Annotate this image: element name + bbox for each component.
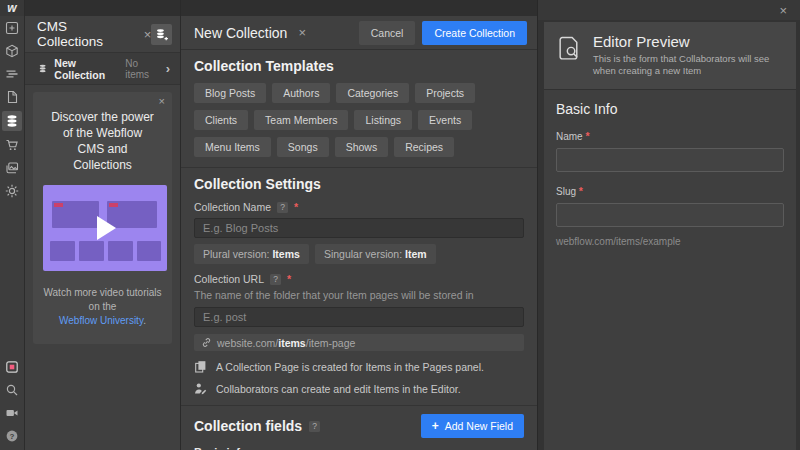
add-new-field-button[interactable]: + Add New Field [421,414,524,438]
canvas-top-strip [25,0,180,16]
add-collection-button[interactable] [151,24,172,45]
webflow-logo: w [0,0,24,16]
plural-version-chip[interactable]: Plural version: Items [194,244,309,264]
promo-heading: Discover the power of the Webflow CMS an… [49,109,156,173]
template-events[interactable]: Events [418,110,472,130]
basic-info-group-label: Basic info [194,446,524,450]
chevron-right-icon: › [166,61,170,76]
navigator-icon[interactable] [0,62,24,85]
template-listings[interactable]: Listings [354,110,412,130]
singular-version-chip[interactable]: Singular version: Item [315,244,436,264]
template-projects[interactable]: Projects [415,83,475,103]
cms-panel-header: CMS Collections × [25,16,180,53]
editor-preview-icon [556,35,583,62]
collection-fields-section: Collection fields ? + Add New Field Basi… [181,406,537,450]
video-tutorials-icon[interactable] [0,401,24,424]
editor-preview-subtitle: This is the form that Collaborators will… [593,53,784,77]
template-shows[interactable]: Shows [335,137,389,157]
assets-icon[interactable] [0,156,24,179]
new-collection-header: New Collection × Cancel Create Collectio… [181,16,537,50]
slug-url-hint: webflow.com/items/example [556,236,784,247]
search-icon[interactable] [0,378,24,401]
slug-field-label: Slug * [556,185,784,197]
url-preview: website.com/items/item-page [194,334,524,351]
collection-templates-section: Collection Templates Blog Posts Authors … [181,50,537,168]
required-asterisk: * [287,273,291,285]
close-new-collection-icon[interactable]: × [298,26,306,39]
template-clients[interactable]: Clients [194,110,248,130]
info-collaborators: Collaborators can create and edit Items … [194,382,524,395]
cms-promo-card: × Discover the power of the Webflow CMS … [33,92,172,344]
template-blog-posts[interactable]: Blog Posts [194,83,266,103]
collection-name-label: Collection Name [194,201,271,213]
left-toolbar: w [0,0,24,450]
svg-text:?: ? [10,431,15,440]
template-categories[interactable]: Categories [336,83,409,103]
create-collection-button[interactable]: Create Collection [422,21,527,45]
promo-video-thumbnail[interactable] [43,185,167,271]
close-editor-preview-icon[interactable]: × [779,4,787,17]
collaborator-edit-icon [194,382,207,395]
editor-preview-form: Basic Info Name * Slug * webflow.com/ite… [544,90,796,258]
pages-icon[interactable] [0,85,24,108]
panel-title: New Collection [194,25,287,41]
basic-info-heading: Basic Info [556,101,784,117]
toolbar-bottom-group: ? [0,355,24,450]
name-field-input[interactable] [556,148,784,172]
play-icon [97,216,116,240]
collection-url-label: Collection URL [194,273,264,285]
editor-preview-title: Editor Preview [593,33,784,50]
cms-icon[interactable] [0,108,24,133]
promo-footer: Watch more video tutorials on the Webflo… [43,286,162,328]
template-authors[interactable]: Authors [272,83,330,103]
new-collection-panel: New Collection × Cancel Create Collectio… [181,16,537,450]
components-icon[interactable] [0,39,24,62]
video-intro-icon[interactable] [0,355,24,378]
cancel-button[interactable]: Cancel [359,21,416,45]
collection-name: New Collection [54,57,118,81]
add-panel-icon[interactable] [0,16,24,39]
cms-panel-title: CMS Collections [37,19,135,49]
editor-preview-card: Editor Preview This is the form that Col… [544,22,796,450]
collection-settings-section: Collection Settings Collection Name ? * … [181,168,537,406]
collection-name-input[interactable] [194,218,524,238]
collection-url-input[interactable] [194,307,524,327]
link-icon [201,337,212,348]
editor-preview-header: Editor Preview This is the form that Col… [544,22,796,90]
webflow-university-link[interactable]: Webflow University [59,315,143,326]
name-field-label: Name * [556,130,784,142]
template-songs[interactable]: Songs [277,137,329,157]
ecommerce-icon[interactable] [0,133,24,156]
webflow-designer: w [0,0,800,450]
collection-item-count: No items [125,58,158,80]
close-cms-panel-icon[interactable]: × [144,28,152,41]
required-asterisk: * [294,201,298,213]
collection-url-description: The name of the folder that your Item pa… [194,289,524,301]
template-menu-items[interactable]: Menu Items [194,137,271,157]
template-recipes[interactable]: Recipes [394,137,454,157]
templates-heading: Collection Templates [194,58,524,74]
page-copy-icon [194,360,207,373]
help-icon[interactable]: ? [0,424,24,447]
settings-icon[interactable] [0,179,24,202]
help-badge-icon[interactable]: ? [309,421,320,432]
help-badge-icon[interactable]: ? [270,274,281,285]
info-collection-page: A Collection Page is created for Items i… [194,360,524,373]
canvas-top-strip [181,0,537,16]
collection-list-item[interactable]: New Collection No items › [25,53,180,85]
settings-heading: Collection Settings [194,176,524,192]
cms-collections-panel: CMS Collections × New Collection No item… [25,16,180,450]
slug-field-input[interactable] [556,203,784,227]
fields-heading: Collection fields [194,418,302,434]
close-promo-icon[interactable]: × [159,96,165,107]
collection-icon [38,63,47,74]
template-team-members[interactable]: Team Members [254,110,348,130]
plus-icon: + [432,420,439,432]
help-badge-icon[interactable]: ? [277,202,288,213]
